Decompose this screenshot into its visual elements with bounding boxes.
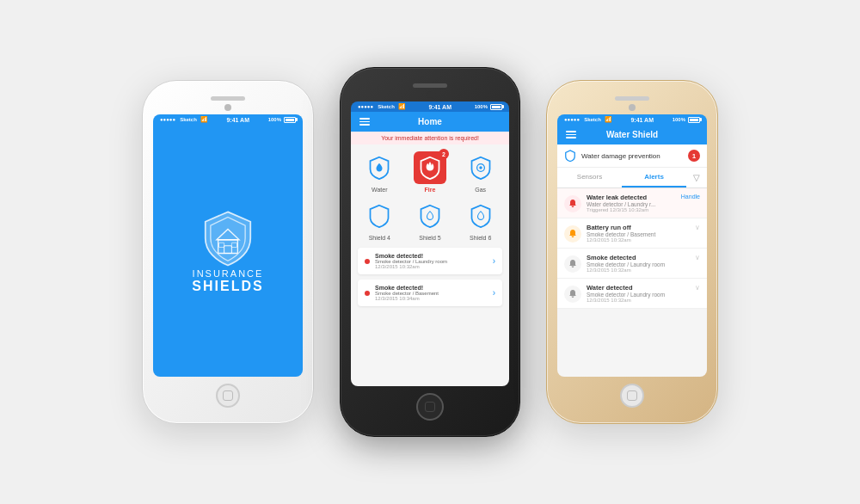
app-logo-text: INSURANCE SHIELDS bbox=[192, 268, 263, 294]
alert-detail-4[interactable]: Water detected Smoke detector / Laundry … bbox=[557, 279, 707, 309]
camera bbox=[629, 104, 636, 111]
app-header: Home bbox=[351, 112, 509, 132]
network-name: Sketch bbox=[378, 104, 395, 109]
chevron-down-icon: ∨ bbox=[695, 284, 700, 292]
home-content: Water 2 Fire bbox=[351, 144, 509, 386]
alerts-detail-list: Water leak detected Water detector / Lau… bbox=[557, 188, 707, 309]
alert-banner: Your immediate attention is required! bbox=[351, 132, 509, 144]
battery-area: 100% bbox=[268, 117, 296, 123]
alert-detail-content-4: Water detected Smoke detector / Laundry … bbox=[587, 284, 690, 303]
status-bar: ●●●●● Sketch 📶 9:41 AM 100% bbox=[153, 114, 303, 125]
fire-badge: 2 bbox=[439, 149, 449, 159]
alert-title-2: Smoke detected! bbox=[375, 285, 488, 291]
alert-detail-content-1: Water leak detected Water detector / Lau… bbox=[587, 194, 676, 212]
status-bar: ●●●●● Sketch 📶 9:41 AM 100% bbox=[557, 114, 707, 125]
home-button-inner bbox=[627, 390, 637, 401]
grid-item-shield4[interactable]: Shield 4 bbox=[358, 200, 402, 241]
handle-button[interactable]: Handle bbox=[681, 194, 700, 200]
alert-detail-title-4: Water detected bbox=[587, 284, 690, 292]
grid-item-water[interactable]: Water bbox=[358, 151, 402, 193]
splash-content: INSURANCE SHIELDS bbox=[153, 125, 303, 377]
network-name: Sketch bbox=[180, 117, 197, 122]
speaker bbox=[615, 96, 649, 101]
status-bar: ●●●●● Sketch 📶 9:41 AM 100% bbox=[351, 101, 509, 112]
water-shield-svg bbox=[367, 156, 391, 180]
water-bell-icon bbox=[568, 289, 578, 299]
grid-item-fire[interactable]: 2 Fire bbox=[408, 151, 452, 193]
network-name: Sketch bbox=[584, 117, 601, 122]
alert-item-2[interactable]: Smoke detected! Smoke detector / Basemen… bbox=[358, 280, 502, 306]
signal-dots: ●●●●● bbox=[564, 117, 580, 122]
alert-date-2: 12/3/2015 10:34am bbox=[375, 296, 488, 301]
water-label: Water bbox=[372, 187, 387, 193]
alert-detail-title-2: Battery run off bbox=[587, 224, 690, 231]
home-button[interactable] bbox=[216, 384, 240, 408]
time-display: 9:41 AM bbox=[630, 117, 654, 123]
alert-detail-title-1: Water leak detected bbox=[587, 194, 676, 201]
prevention-label: Water damage prevention bbox=[581, 152, 683, 160]
battery-percent: 100% bbox=[475, 104, 488, 109]
alert-bell-icon bbox=[568, 199, 578, 209]
alert-detail-date-3: 12/3/2015 10:32am bbox=[587, 267, 690, 273]
time-display: 9:41 AM bbox=[428, 104, 452, 110]
grid-item-gas[interactable]: Gas bbox=[458, 151, 502, 193]
filter-tab[interactable]: ▽ bbox=[686, 168, 707, 187]
alert-content-2: Smoke detected! Smoke detector / Basemen… bbox=[375, 285, 488, 301]
wifi-icon: 📶 bbox=[200, 116, 208, 123]
home-button[interactable] bbox=[620, 384, 644, 408]
prevention-badge: 1 bbox=[688, 150, 700, 162]
gas-label: Gas bbox=[475, 187, 486, 193]
signal-area: ●●●●● Sketch 📶 bbox=[564, 116, 612, 123]
phone-bottom bbox=[216, 377, 240, 413]
shield5-label: Shield 5 bbox=[419, 235, 440, 241]
phone-splash: ●●●●● Sketch 📶 9:41 AM 100% bbox=[142, 80, 314, 424]
home-button[interactable] bbox=[416, 393, 444, 421]
battery-icon bbox=[284, 117, 296, 123]
wifi-icon: 📶 bbox=[605, 116, 612, 123]
water-shield-content: Water damage prevention 1 Sensors Alerts… bbox=[557, 144, 707, 377]
shield4-label: Shield 4 bbox=[369, 235, 390, 241]
fire-shield-svg bbox=[418, 156, 442, 180]
gas-shield-icon bbox=[464, 151, 497, 184]
alert-detail-3[interactable]: Smoke detected Smoke detector / Laundry … bbox=[557, 249, 707, 279]
logo-line2: SHIELDS bbox=[192, 279, 263, 294]
alert-date-1: 12/3/2015 10:32am bbox=[375, 264, 488, 269]
home-button-inner bbox=[223, 390, 233, 401]
prevention-bar: Water damage prevention 1 bbox=[557, 144, 707, 168]
signal-dots: ●●●●● Sketch 📶 bbox=[160, 116, 208, 123]
tab-alerts[interactable]: Alerts bbox=[622, 168, 686, 187]
alert-detail-content-2: Battery run off Smoke detector / Basemen… bbox=[587, 224, 690, 243]
signal-text: ●●●●● bbox=[160, 117, 175, 122]
filter-icon: ▽ bbox=[693, 173, 700, 182]
phone-home: ●●●●● Sketch 📶 9:41 AM 100% bbox=[340, 67, 520, 437]
shield5-svg bbox=[418, 204, 442, 228]
header-title: Home bbox=[418, 117, 442, 126]
signal-area: ●●●●● Sketch 📶 bbox=[358, 103, 406, 110]
home-screen: ●●●●● Sketch 📶 9:41 AM 100% bbox=[351, 101, 509, 386]
hamburger-menu[interactable] bbox=[359, 118, 370, 126]
hamburger-menu[interactable] bbox=[566, 131, 576, 138]
alert-dot bbox=[365, 259, 370, 264]
menu-line bbox=[359, 118, 370, 120]
camera bbox=[427, 91, 433, 98]
battery-icon-small bbox=[568, 229, 578, 239]
alert-detail-1[interactable]: Water leak detected Water detector / Lau… bbox=[557, 188, 707, 218]
phone-top-speaker bbox=[413, 78, 447, 101]
app-logo-shield bbox=[198, 208, 258, 268]
phones-container: ●●●●● Sketch 📶 9:41 AM 100% bbox=[125, 50, 735, 454]
fire-shield-icon: 2 bbox=[414, 151, 446, 184]
grid-item-shield5[interactable]: Shield 5 bbox=[408, 200, 452, 241]
alert-detail-subtitle-2: Smoke detector / Basement bbox=[587, 231, 690, 237]
shield5-icon bbox=[414, 200, 446, 232]
phone-top-speaker bbox=[615, 91, 649, 114]
menu-line bbox=[359, 121, 370, 123]
alert-detail-date-2: 12/3/2015 10:32am bbox=[587, 237, 690, 243]
tabs-row: Sensors Alerts ▽ bbox=[557, 168, 707, 188]
alert-detail-subtitle-3: Smoke detector / Laundry room bbox=[587, 261, 690, 267]
alert-detail-2[interactable]: Battery run off Smoke detector / Basemen… bbox=[557, 218, 707, 249]
alert-item-1[interactable]: Smoke detected! Smoke detector / Laundry… bbox=[358, 248, 502, 274]
phone-bottom bbox=[416, 386, 444, 426]
grid-item-shield6[interactable]: Shield 6 bbox=[458, 200, 502, 241]
shield6-icon bbox=[464, 200, 497, 232]
tab-sensors[interactable]: Sensors bbox=[557, 168, 622, 187]
